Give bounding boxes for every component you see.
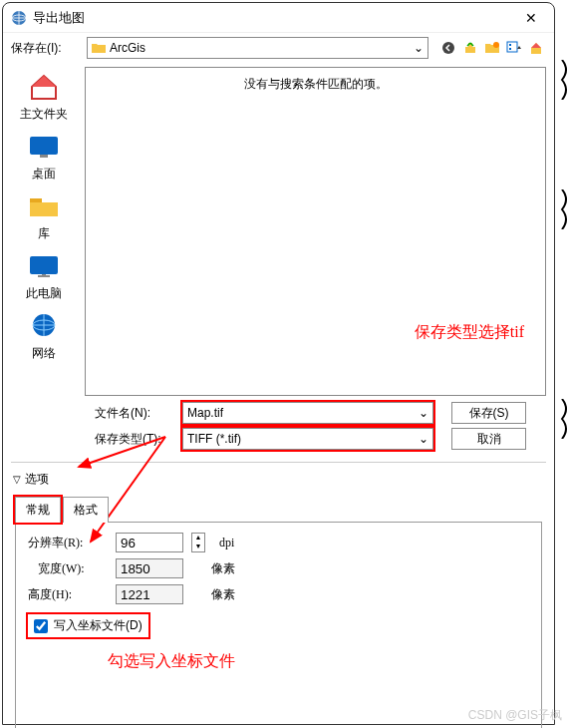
save-in-dropdown[interactable]: ArcGis [87,37,428,59]
sidebar-label: 桌面 [8,166,80,182]
svg-point-2 [442,42,454,54]
svg-rect-8 [40,155,48,158]
network-icon [28,312,60,340]
separator [11,462,546,463]
path-value: ArcGis [110,41,145,55]
decoration [560,399,568,439]
svg-rect-7 [30,137,58,155]
tab-general[interactable]: 常规 [15,497,61,523]
sidebar-item-thispc[interactable]: 此电脑 [8,248,80,306]
home-folder-icon [28,73,60,101]
thispc-icon [28,252,60,280]
folder-icon [92,42,106,54]
new-folder-icon[interactable] [482,38,502,58]
sidebar-item-libraries[interactable]: 库 [8,188,80,246]
sidebar-label: 此电脑 [8,285,80,302]
width-input[interactable] [116,558,183,578]
resolution-spinner[interactable]: ▲▼ [191,533,205,552]
libraries-icon [28,192,60,220]
svg-rect-9 [30,198,42,202]
general-panel: 分辨率(R): ▲▼ dpi 宽度(W): 像素 高度(H): 像素 写入坐标文… [15,523,542,728]
collapse-icon: ▽ [13,474,21,485]
view-menu-icon[interactable] [504,38,524,58]
svg-rect-5 [509,44,511,46]
titlebar: 导出地图 ✕ [3,3,554,33]
home-icon[interactable] [526,38,546,58]
resolution-input[interactable] [116,533,183,552]
sidebar-item-desktop[interactable]: 桌面 [8,129,80,186]
savetype-dropdown[interactable]: TIFF (*.tif) [182,428,433,450]
options-label: 选项 [25,471,49,488]
world-file-checkbox-row[interactable]: 写入坐标文件(D) [28,614,148,637]
app-icon [11,10,27,26]
up-icon[interactable] [460,38,480,58]
empty-message: 没有与搜索条件匹配的项。 [244,76,388,395]
close-button[interactable]: ✕ [516,10,546,26]
width-unit: 像素 [211,560,235,577]
world-file-label: 写入坐标文件(D) [54,617,142,634]
annotation-save-type: 保存类型选择tif [415,322,524,343]
savetype-label: 保存类型(T): [95,431,174,448]
filename-input[interactable]: Map.tif [182,402,433,424]
resolution-unit: dpi [219,536,234,550]
svg-rect-10 [30,256,58,274]
annotation-checkbox: 勾选写入坐标文件 [108,651,529,672]
tab-format[interactable]: 格式 [63,497,109,523]
toolbar-icons [438,38,546,58]
sidebar-item-network[interactable]: 网络 [8,308,80,366]
body-area: 主文件夹 桌面 库 此电脑 网络 没有与搜索条件匹配的项。 [3,63,554,400]
save-in-label: 保存在(I): [11,40,83,57]
desktop-icon [28,133,60,161]
svg-rect-12 [42,274,46,276]
watermark: CSDN @GIS子枫 [468,707,562,724]
height-unit: 像素 [211,586,235,603]
save-button[interactable]: 保存(S) [451,402,526,424]
location-bar: 保存在(I): ArcGis [3,33,554,63]
resolution-label: 分辨率(R): [28,535,108,551]
svg-rect-6 [509,48,511,50]
back-icon[interactable] [438,38,458,58]
export-map-dialog: 导出地图 ✕ 保存在(I): ArcGis 主文件夹 桌面 [2,2,555,725]
sidebar-label: 主文件夹 [8,106,80,123]
svg-point-3 [493,42,499,48]
width-label: 宽度(W): [28,560,108,577]
decoration [560,189,568,229]
height-input[interactable] [116,584,183,604]
options-tabs: 常规 格式 [15,496,542,523]
filename-label: 文件名(N): [95,405,174,422]
options-toggle[interactable]: ▽ 选项 [3,465,554,494]
cancel-button[interactable]: 取消 [451,428,526,450]
window-title: 导出地图 [33,9,516,27]
sidebar-label: 网络 [8,345,80,362]
height-label: 高度(H): [28,586,108,603]
decoration [560,60,568,100]
svg-rect-4 [507,42,517,52]
sidebar-item-home[interactable]: 主文件夹 [8,69,80,127]
places-sidebar: 主文件夹 桌面 库 此电脑 网络 [3,63,85,400]
world-file-checkbox[interactable] [34,619,48,633]
file-fields: 文件名(N): Map.tif 保存(S) 保存类型(T): TIFF (*.t… [3,400,554,460]
file-list-pane[interactable]: 没有与搜索条件匹配的项。 [85,67,546,396]
sidebar-label: 库 [8,225,80,242]
